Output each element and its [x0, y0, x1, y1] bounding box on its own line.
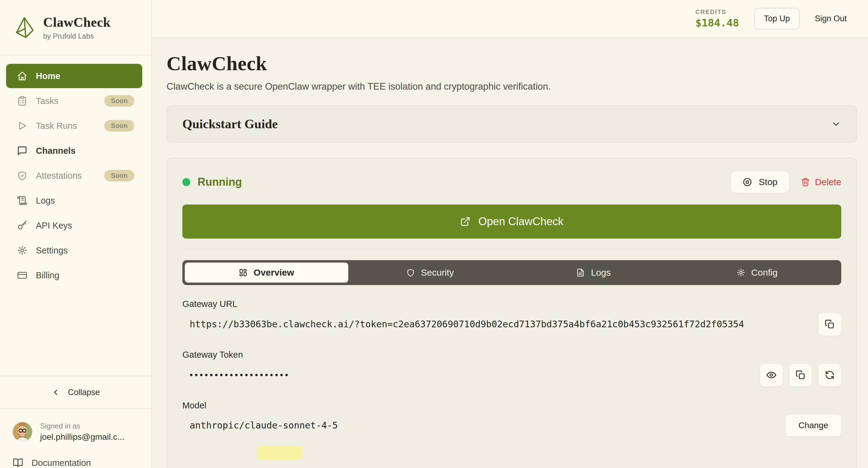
tab-label: Logs	[591, 268, 611, 278]
status-dot	[182, 178, 190, 186]
copy-url-button[interactable]	[818, 313, 841, 336]
regenerate-token-button[interactable]	[818, 364, 841, 386]
credits-block: CREDITS $184.48	[695, 8, 739, 29]
play-icon	[17, 121, 27, 131]
sidebar-item-task-runs[interactable]: Task Runs Soon	[6, 114, 142, 138]
signed-in-as-label: Signed in as	[40, 422, 124, 430]
quickstart-accordion[interactable]: Quickstart Guide	[166, 105, 857, 143]
tab-label: Config	[751, 268, 778, 278]
clawcheck-logo-icon	[13, 16, 36, 39]
tab-overview[interactable]: Overview	[185, 262, 348, 283]
scroll-icon	[17, 195, 27, 206]
key-icon	[17, 220, 27, 231]
tab-logs[interactable]: Logs	[512, 262, 675, 283]
sidebar-item-label: Task Runs	[36, 121, 96, 131]
model-value: anthropic/claude-sonnet-4-5	[182, 420, 338, 431]
soon-badge: Soon	[104, 120, 134, 132]
sidebar-item-attestations[interactable]: Attestations Soon	[6, 163, 142, 188]
status-row: Running Stop Delete	[182, 171, 841, 193]
gateway-token-masked: ••••••••••••••••••••	[182, 370, 290, 380]
sidebar-item-home[interactable]: Home	[6, 64, 142, 88]
instance-card: Running Stop Delete	[166, 158, 857, 468]
file-text-icon	[576, 268, 585, 277]
tab-config[interactable]: Config	[675, 262, 839, 283]
dashboard-grid-icon	[239, 268, 247, 277]
chevron-down-icon	[831, 119, 841, 129]
app-title: ClawCheck	[43, 14, 111, 30]
sidebar-nav: Home Tasks Soon Task Runs Soon Channels	[0, 55, 151, 288]
top-up-button[interactable]: Top Up	[754, 8, 800, 29]
main-area: CREDITS $184.48 Top Up Sign Out ClawChec…	[152, 0, 868, 468]
app-subtitle: by Prufold Labs	[43, 32, 111, 40]
credit-card-icon	[17, 270, 27, 280]
main-content: ClawCheck ClawCheck is a secure OpenClaw…	[152, 38, 868, 468]
sidebar-item-tasks[interactable]: Tasks Soon	[6, 89, 142, 113]
gateway-url-label: Gateway URL	[182, 299, 841, 309]
status-label: Running	[197, 176, 242, 188]
sidebar-item-label: Logs	[36, 196, 134, 206]
chevron-left-icon	[51, 388, 60, 397]
documentation-link[interactable]: Documentation	[13, 458, 141, 468]
account-row[interactable]: Signed in as joel.phillips@gmail.c...	[13, 422, 141, 442]
page-description: ClawCheck is a secure OpenClaw wrapper w…	[166, 81, 857, 92]
sidebar-item-settings[interactable]: Settings	[6, 238, 142, 262]
eye-icon	[767, 370, 776, 380]
chat-bubble-icon	[17, 146, 27, 156]
book-open-icon	[13, 458, 23, 468]
shield-icon	[406, 268, 415, 277]
credits-amount: $184.48	[695, 17, 739, 29]
sidebar-item-label: Home	[36, 71, 134, 81]
stop-label: Stop	[759, 177, 778, 187]
sidebar-item-api-keys[interactable]: API Keys	[6, 213, 142, 238]
top-bar: CREDITS $184.48 Top Up Sign Out	[152, 0, 868, 38]
copy-icon	[825, 319, 835, 329]
tab-security[interactable]: Security	[348, 262, 512, 283]
stop-button[interactable]: Stop	[731, 171, 789, 193]
gateway-token-row: ••••••••••••••••••••	[182, 364, 841, 386]
token-actions	[760, 364, 841, 386]
tab-label: Security	[421, 268, 454, 278]
change-model-button[interactable]: Change	[785, 414, 841, 437]
gateway-token-label: Gateway Token	[182, 350, 841, 360]
refresh-icon	[825, 370, 835, 380]
sidebar-item-billing[interactable]: Billing	[6, 263, 142, 287]
status-actions: Stop Delete	[731, 171, 841, 193]
sidebar-item-logs[interactable]: Logs	[6, 188, 142, 213]
avatar	[13, 422, 32, 442]
gateway-url-row: https://b33063be.clawcheck.ai/?token=c2e…	[182, 313, 841, 336]
gateway-url-value: https://b33063be.clawcheck.ai/?token=c2e…	[182, 319, 744, 330]
soon-badge: Soon	[104, 95, 134, 107]
shield-check-icon	[17, 170, 27, 181]
delete-button[interactable]: Delete	[801, 177, 841, 187]
trash-icon	[801, 178, 810, 187]
stop-circle-icon	[742, 177, 752, 187]
delete-label: Delete	[815, 177, 841, 187]
sidebar-spacer	[0, 288, 151, 376]
copy-icon	[796, 370, 805, 380]
open-clawcheck-label: Open ClawCheck	[478, 215, 563, 228]
account-email: joel.phillips@gmail.c...	[40, 432, 124, 442]
sidebar-item-label: Billing	[36, 271, 134, 280]
tab-label: Overview	[253, 268, 294, 278]
model-row: anthropic/claude-sonnet-4-5 Change	[182, 414, 841, 437]
quickstart-title: Quickstart Guide	[182, 117, 278, 131]
logo-section: ClawCheck by Prufold Labs	[0, 0, 151, 55]
credits-label: CREDITS	[695, 8, 739, 15]
page-title: ClawCheck	[166, 52, 857, 75]
status-indicator: Running	[182, 176, 242, 188]
open-clawcheck-button[interactable]: Open ClawCheck	[182, 205, 841, 239]
clipboard-icon	[17, 96, 27, 106]
sidebar-item-label: Channels	[36, 146, 134, 156]
divider	[182, 249, 841, 249]
reveal-token-button[interactable]	[760, 364, 783, 386]
sidebar-item-channels[interactable]: Channels	[6, 138, 142, 163]
documentation-label: Documentation	[32, 458, 91, 468]
sidebar-item-label: Tasks	[36, 96, 96, 106]
account-section: Signed in as joel.phillips@gmail.c... Do…	[0, 409, 151, 468]
collapse-button[interactable]: Collapse	[0, 376, 151, 409]
sign-out-button[interactable]: Sign Out	[815, 14, 847, 23]
sidebar: ClawCheck by Prufold Labs Home Tasks Soo…	[0, 0, 152, 468]
tabs-bar: Overview Security Logs	[182, 260, 841, 285]
home-icon	[17, 71, 27, 81]
copy-token-button[interactable]	[789, 364, 812, 386]
